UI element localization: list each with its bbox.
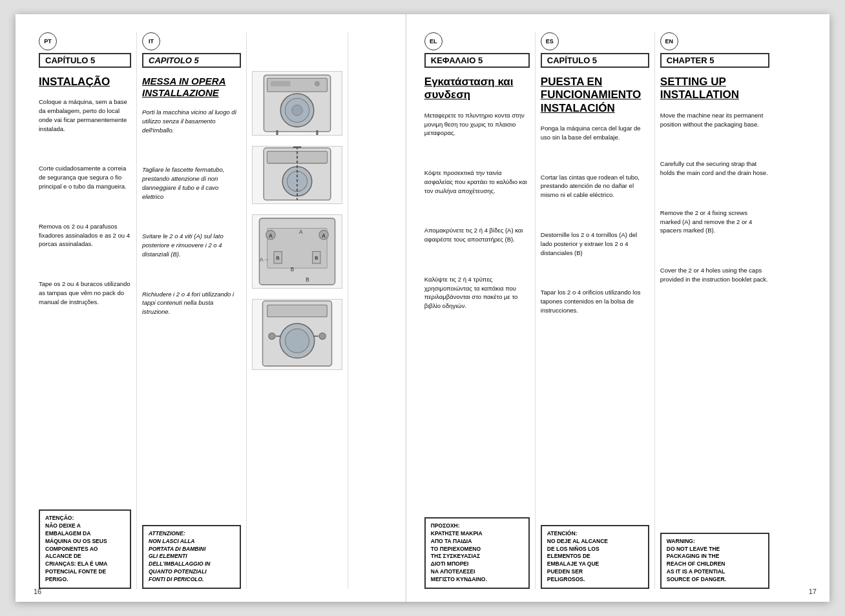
- section-title-en: SETTING UP INSTALLATION: [660, 76, 769, 102]
- lang-badge-pt: PT: [39, 32, 57, 50]
- step3-pt: Remova os 2 ou 4 parafusos fixadores ass…: [39, 222, 131, 249]
- step4-es: Tapar los 2 o 4 orificios utilizando los…: [541, 288, 649, 314]
- chapter-title-el: ΚΕΦΑΛΑΙΟ 5: [424, 53, 530, 68]
- step1-es: Ponga la máquina cerca del lugar de uso …: [541, 124, 649, 142]
- step3-el: Αποµακρύνετε τις 2 ή 4 βίδες (Α) και αφα…: [424, 226, 530, 244]
- svg-rect-5: [271, 81, 291, 86]
- svg-text:B: B: [315, 255, 318, 261]
- svg-point-4: [292, 105, 303, 116]
- left-page: PT CAPÍTULO 5 INSTALAÇÃO Coloque a máqui…: [16, 14, 406, 602]
- illustration-2: [252, 146, 342, 204]
- warning-it: ATTENZIONE: NON LASCI ALLA PORTATA DI BA…: [142, 525, 241, 589]
- illustration-3: A A B B A→ A B B: [252, 214, 342, 289]
- section-title-it: MESSA IN OPERA INSTALLAZIONE: [142, 76, 241, 99]
- lang-badge-es: ES: [541, 32, 559, 50]
- page-spread: PT CAPÍTULO 5 INSTALAÇÃO Coloque a máqui…: [16, 14, 829, 602]
- page-number-left: 16: [34, 588, 41, 595]
- svg-text:A: A: [322, 233, 326, 239]
- column-pt: PT CAPÍTULO 5 INSTALAÇÃO Coloque a máqui…: [34, 32, 137, 589]
- step2-it: Tagliare le fascette fermatubo, prestand…: [142, 165, 241, 201]
- warning-el: ΠΡΟΣΟΧΗ: ΚΡΑΤΗΣΤΕ ΜΑΚΡΙΑ ΑΠΟ ΤΑ ΠΑΙΔΙΑ Τ…: [424, 517, 530, 589]
- lang-badge-el: EL: [424, 32, 443, 50]
- lang-badge-it: IT: [142, 32, 160, 50]
- section-title-el: Εγκατάσταση και συνδεση: [424, 76, 530, 102]
- page-number-right: 17: [809, 588, 817, 595]
- warning-en: WARNING: DO NOT LEAVE THE PACKAGING IN T…: [660, 533, 769, 589]
- step1-en: Move the machine near its permanent posi…: [660, 111, 769, 129]
- svg-text:B: B: [306, 277, 309, 283]
- svg-text:A→: A→: [259, 256, 269, 263]
- step1-pt: Coloque a máquina, sem a base da embalag…: [39, 98, 131, 133]
- step1-el: Μεταφερετε το πλυντηριο κοντα στην μονιμ…: [424, 111, 530, 138]
- column-images: A A B B A→ A B B: [247, 32, 348, 589]
- step2-pt: Corte cuidadosamente a correia de segura…: [39, 164, 131, 190]
- step2-en: Carefully cut the securing strap that ho…: [660, 159, 769, 178]
- chapter-title-en: CHAPTER 5: [660, 53, 769, 68]
- warning-pt: ATENÇÃO: NÃO DEIXE A EMBALAGEM DA MÁQUIN…: [39, 509, 131, 589]
- step2-es: Cortar las cintas que rodean el tubo, pr…: [541, 173, 649, 200]
- column-it: IT CAPITOLO 5 MESSA IN OPERA INSTALLAZIO…: [137, 32, 247, 589]
- svg-point-31: [285, 329, 309, 353]
- step3-it: Svitare le 2 o 4 viti (A) sul lato poste…: [142, 232, 241, 258]
- warning-es: ATENCIÓN: NO DEJE AL ALCANCE DE LOS NIÑO…: [541, 525, 649, 589]
- step4-it: Richiudere i 2 o 4 fori utilizzando i ta…: [142, 290, 241, 316]
- section-title-pt: INSTALAÇÃO: [39, 76, 131, 88]
- chapter-title-pt: CAPÍTULO 5: [39, 53, 131, 68]
- lang-badge-en: EN: [660, 32, 678, 50]
- chapter-title-es: CAPÍTULO 5: [541, 53, 649, 68]
- svg-text:B: B: [276, 255, 280, 261]
- step1-it: Porti la macchina vicino al luogo di uti…: [142, 108, 241, 134]
- svg-text:B: B: [291, 267, 295, 272]
- step2-el: Κόψτε προσεκτικά την ταινία ασφαλείας πο…: [424, 169, 530, 195]
- svg-rect-29: [267, 305, 328, 317]
- step3-en: Remove the 2 or 4 fixing screws marked (…: [660, 209, 769, 235]
- chapter-title-it: CAPITOLO 5: [142, 53, 241, 68]
- step4-el: Καλύψτε τις 2 ή 4 τρύπες χρησιμοποιώντας…: [424, 275, 530, 311]
- illustration-1: [252, 71, 342, 136]
- svg-text:A: A: [299, 229, 303, 235]
- right-page: EL ΚΕΦΑΛΑΙΟ 5 Εγκατάσταση και συνδεση Με…: [406, 14, 829, 602]
- column-es: ES CAPÍTULO 5 PUESTA EN FUNCIONAMIENTO I…: [536, 32, 655, 589]
- column-en: EN CHAPTER 5 SETTING UP INSTALLATION Mov…: [655, 32, 775, 589]
- step3-es: Destornille los 2 o 4 tornillos (A) del …: [541, 231, 649, 257]
- svg-point-33: [319, 333, 326, 339]
- svg-point-32: [269, 333, 275, 339]
- section-title-es: PUESTA EN FUNCIONAMIENTO INSTALACIÓN: [541, 76, 649, 115]
- svg-text:A: A: [269, 233, 273, 239]
- svg-point-6: [315, 81, 320, 86]
- step4-en: Cover the 2 or 4 holes using the caps pr…: [660, 266, 769, 284]
- step4-pt: Tape os 2 ou 4 buracos utilizando as tam…: [39, 280, 131, 306]
- illustration-4: [252, 299, 342, 370]
- column-el: EL ΚΕΦΑΛΑΙΟ 5 Εγκατάσταση και συνδεση Με…: [419, 32, 536, 589]
